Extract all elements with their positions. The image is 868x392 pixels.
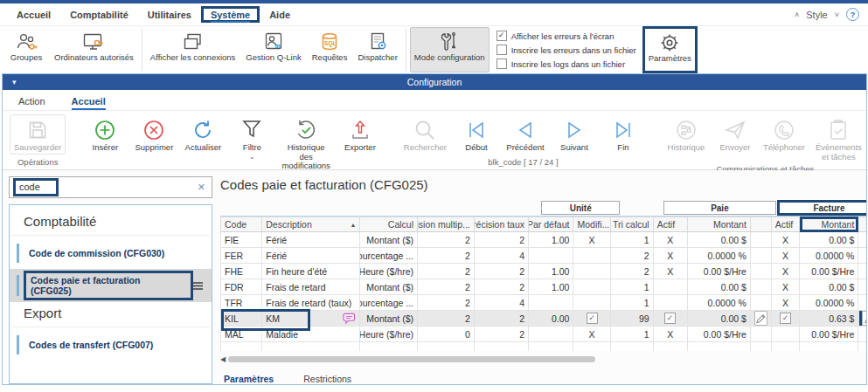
cell-value: X bbox=[589, 235, 595, 245]
mode-configuration-button[interactable]: Mode configuration bbox=[410, 27, 490, 72]
column-header-actif[interactable]: Actif bbox=[654, 217, 688, 232]
clear-x-icon[interactable]: ✕ bbox=[198, 182, 205, 193]
sidebar-item-codes-de-transfert-cfg007[interactable]: Codes de transfert (CFG007) bbox=[10, 329, 212, 361]
cell-value: FER bbox=[225, 251, 243, 261]
evenements-et-taches-button[interactable]: Évènements et tâches bbox=[809, 114, 868, 163]
column-header-description[interactable]: Description▲ bbox=[262, 217, 360, 232]
chevron-down-icon[interactable]: ˅ bbox=[835, 10, 839, 19]
horizontal-scrollbar[interactable]: ◀ bbox=[220, 354, 866, 364]
requetes-button[interactable]: SQLRequêtes bbox=[308, 27, 352, 72]
envoyer-button[interactable]: Envoyer bbox=[712, 114, 759, 155]
column-header-edit[interactable] bbox=[858, 217, 866, 232]
button-label: Insérer bbox=[93, 143, 119, 153]
hamburger-icon[interactable] bbox=[193, 282, 203, 290]
rechercher-button[interactable]: Rechercher bbox=[399, 114, 451, 155]
insert-icon bbox=[93, 118, 117, 142]
checkbox-inscrire-les-logs-dans-un-fichier[interactable]: Inscrire les logs dans un fichier bbox=[496, 58, 636, 69]
menu-tab-utilitaires[interactable]: Utilitaires bbox=[138, 6, 201, 23]
inserer-button[interactable]: Insérer bbox=[81, 114, 128, 155]
checkbox-box[interactable] bbox=[496, 58, 507, 69]
column-header-par-defaut[interactable]: Par défaut bbox=[529, 217, 573, 232]
section-title-export: Export bbox=[11, 302, 210, 327]
column-header-precision-multip[interactable]: Précision multip... bbox=[418, 217, 475, 232]
cell-value: 1.00 bbox=[552, 235, 569, 245]
chevron-up-icon[interactable]: ˄ bbox=[795, 10, 799, 19]
gestion-q-link-button[interactable]: inGestion Q-Link bbox=[241, 27, 305, 72]
column-header-code[interactable]: Code bbox=[220, 217, 262, 232]
checkbox-box[interactable]: ✓ bbox=[496, 31, 507, 41]
suivant-button[interactable]: Suivant bbox=[551, 114, 598, 155]
precedent-button[interactable]: Précédent bbox=[502, 114, 549, 155]
groupes-button[interactable]: Groupes bbox=[4, 27, 48, 72]
sauvegarder-button[interactable]: Sauvegarder bbox=[10, 114, 66, 155]
column-header-montant[interactable]: Montant bbox=[800, 217, 858, 232]
detail-tab-parametres[interactable]: Paramètres bbox=[222, 371, 275, 384]
table-row-MAL[interactable]: MALMaladieHeure ($/hre)02X1X0.00 $/Hre0.… bbox=[220, 327, 866, 342]
cell-calcul: Heure ($/hre) bbox=[360, 264, 418, 279]
filtre-button[interactable]: Filtre⌄ bbox=[228, 114, 275, 163]
debut-button[interactable]: Début bbox=[453, 114, 500, 155]
table-row-FER[interactable]: FERFériéPourcentage ...242X0.0000 %X0.00… bbox=[220, 248, 866, 264]
column-header-tri-calcul[interactable]: Tri calcul bbox=[611, 217, 654, 232]
record-ribbon: SauvegarderOpérationsInsérerSupprimerAct… bbox=[3, 110, 866, 170]
exporter-button[interactable]: Exporter bbox=[337, 114, 384, 155]
scroll-left-icon[interactable]: ◀ bbox=[220, 355, 226, 363]
checked-checkbox[interactable]: ✓ bbox=[587, 313, 598, 324]
table-row-FDR[interactable]: FDRFrais de retardMontant ($)221.0010.00… bbox=[220, 279, 866, 295]
scrollbar-thumb[interactable] bbox=[228, 356, 595, 362]
parametres-button[interactable]: Paramètres bbox=[642, 26, 698, 73]
quick-access-icon[interactable]: ▾ bbox=[12, 78, 17, 86]
cell-calcul: Montant ($) bbox=[360, 232, 418, 248]
menu-tab-aide[interactable]: Aide bbox=[260, 6, 300, 23]
column-header-montant[interactable]: Montant bbox=[688, 217, 751, 232]
cell-precision-taux: 4 bbox=[475, 295, 529, 311]
search-input[interactable]: code ✕ bbox=[9, 176, 212, 198]
column-header-calcul[interactable]: Calcul bbox=[360, 217, 418, 232]
cell-value: FDR bbox=[225, 282, 244, 292]
table-row-FHE[interactable]: FHEFin heure d'étéHeure ($/hre)221.002X0… bbox=[220, 264, 866, 279]
chevron-down-icon[interactable]: ⌄ bbox=[249, 154, 255, 162]
checkbox-afficher-les-erreurs-a-l-ecran[interactable]: ✓Afficher les erreurs à l'écran bbox=[496, 31, 636, 41]
column-header-precision-taux[interactable]: Précision taux bbox=[475, 217, 529, 232]
menu-tab-comptabilite[interactable]: Comptabilité bbox=[60, 6, 138, 23]
table-row-FIE[interactable]: FIEFériéMontant ($)221.00X1X0.00 $X0.00 … bbox=[220, 232, 866, 248]
menu-tab-accueil[interactable]: Accueil bbox=[7, 6, 60, 23]
edit-pencil-icon[interactable] bbox=[754, 311, 767, 326]
window-tab-accueil[interactable]: Accueil bbox=[72, 96, 106, 110]
error-logging-options: ✓Afficher les erreurs à l'écranInscrire … bbox=[490, 26, 642, 73]
detail-tab-restrictions[interactable]: Restrictions bbox=[302, 371, 353, 384]
cell-precision-multip: 2 bbox=[418, 264, 475, 279]
afficher-les-connexions-button[interactable]: Afficher les connexions bbox=[146, 27, 240, 72]
checked-checkbox[interactable]: ✓ bbox=[664, 313, 676, 324]
cell-value: 4 bbox=[519, 298, 524, 308]
fin-button[interactable]: Fin bbox=[600, 114, 647, 155]
column-header-label: Précision taux bbox=[475, 219, 524, 230]
style-selector[interactable]: Style bbox=[806, 10, 827, 20]
comment-icon[interactable] bbox=[343, 313, 356, 324]
table-row-TFR[interactable]: TFRFrais de retard (taux)Pourcentage ...… bbox=[220, 295, 866, 311]
ordinateurs-autorises-button[interactable]: Ordinateurs autorisés bbox=[50, 27, 138, 72]
table-row-KIL[interactable]: KILKMMontant ($)220.00✓99✓0.00 $✓0.63 $ bbox=[220, 311, 866, 327]
sidebar-item-codes-paie-et-facturation-cfg025[interactable]: Codes paie et facturation (CFG025) bbox=[10, 269, 212, 302]
cell-value: Heure ($/hre) bbox=[360, 329, 413, 340]
edit-pencil-icon[interactable] bbox=[862, 311, 866, 326]
sidebar-item-code-de-commission-cfg030[interactable]: Code de commission (CFG030) bbox=[10, 237, 212, 269]
menu-tab-label: Utilitaires bbox=[148, 10, 191, 20]
help-icon[interactable]: ? bbox=[846, 8, 859, 21]
window-tab-action[interactable]: Action bbox=[18, 96, 45, 110]
telephoner-button[interactable]: Téléphoner bbox=[760, 114, 808, 155]
column-header-edit[interactable] bbox=[751, 217, 772, 232]
column-header-modifi[interactable]: Modifi... bbox=[573, 217, 610, 232]
checkbox-box[interactable] bbox=[496, 45, 507, 55]
historique-des-modifications-button[interactable]: Historique des modifications bbox=[277, 114, 334, 173]
supprimer-button[interactable]: Supprimer bbox=[130, 114, 177, 155]
dispatcher-button[interactable]: Dispatcher bbox=[353, 27, 401, 72]
historique-button[interactable]: Historique bbox=[663, 114, 710, 155]
checked-checkbox[interactable]: ✓ bbox=[780, 313, 791, 324]
cell-value: 1 bbox=[644, 329, 649, 340]
checkbox-inscrire-les-erreurs-dans-un-fichier[interactable]: Inscrire les erreurs dans un fichier bbox=[496, 45, 636, 55]
menu-tab-systeme[interactable]: Système bbox=[201, 6, 260, 23]
column-header-actif[interactable]: Actif bbox=[772, 217, 800, 232]
cell-modifi: X bbox=[573, 327, 610, 342]
actualiser-button[interactable]: Actualiser bbox=[179, 114, 226, 155]
